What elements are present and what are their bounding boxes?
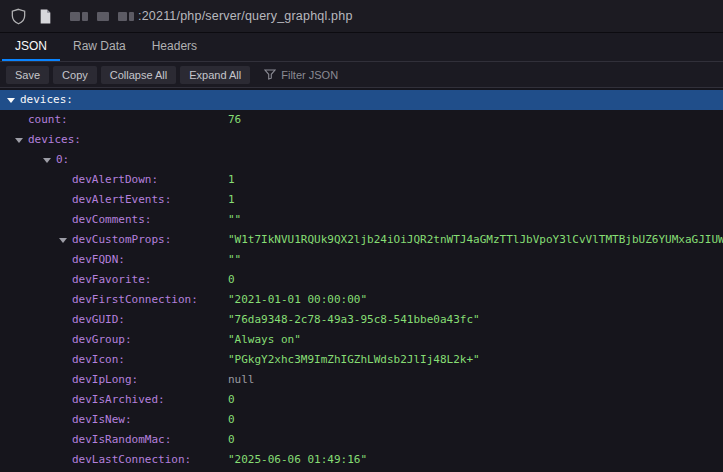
viewer-tab-bar: JSON Raw Data Headers — [0, 33, 723, 62]
tree-row[interactable]: devIcon:"PGkgY2xhc3M9ImZhIGZhLWdsb2JlIj4… — [0, 350, 723, 370]
tree-row[interactable]: devices: — [0, 130, 723, 150]
tab-json[interactable]: JSON — [2, 33, 60, 61]
json-key: devComments: — [72, 210, 151, 230]
redacted-host-blocks — [70, 12, 136, 21]
json-key: devGUID: — [72, 310, 125, 330]
json-value: "Always on" — [228, 330, 301, 350]
tree-row[interactable]: count:76 — [0, 110, 723, 130]
twisty-expanded-icon[interactable] — [15, 138, 23, 143]
tree-row[interactable]: devIsRandomMac:0 — [0, 430, 723, 450]
json-key: devices: — [28, 130, 81, 150]
expand-all-button[interactable]: Expand All — [180, 66, 250, 84]
filter-box — [264, 66, 431, 84]
collapse-all-button[interactable]: Collapse All — [101, 66, 176, 84]
tab-headers[interactable]: Headers — [139, 33, 210, 61]
json-value: "2021-01-01 00:00:00" — [228, 290, 367, 310]
tree-row[interactable]: devGUID:"76da9348-2c78-49a3-95c8-541bbe0… — [0, 310, 723, 330]
tab-json-label: JSON — [15, 39, 47, 53]
tree-row[interactable]: devComments:"" — [0, 210, 723, 230]
json-key: devAlertDown: — [72, 170, 158, 190]
json-value: 1 — [228, 170, 235, 190]
tab-raw-data[interactable]: Raw Data — [60, 33, 139, 61]
tree-row[interactable]: devAlertEvents:1 — [0, 190, 723, 210]
json-value: "2025-06-06 01:49:16" — [228, 450, 367, 470]
tab-raw-data-label: Raw Data — [73, 39, 126, 53]
tree-row[interactable]: devAlertDown:1 — [0, 170, 723, 190]
json-value: "76da9348-2c78-49a3-95c8-541bbe0a43fc" — [228, 310, 480, 330]
json-key: 0: — [56, 150, 69, 170]
tree-row[interactable]: devIpLong:null — [0, 370, 723, 390]
filter-icon — [264, 66, 276, 84]
tab-headers-label: Headers — [152, 39, 197, 53]
tree-row[interactable]: devFirstConnection:"2021-01-01 00:00:00" — [0, 290, 723, 310]
tree-row[interactable]: devLastConnection:"2025-06-06 01:49:16" — [0, 450, 723, 470]
copy-button[interactable]: Copy — [53, 66, 97, 84]
json-key: devFavorite: — [72, 270, 151, 290]
json-key: devFQDN: — [72, 250, 125, 270]
url-path: :20211/php/server/query_graphql.php — [138, 9, 353, 23]
url-text[interactable]: :20211/php/server/query_graphql.php — [70, 9, 353, 23]
tree-row[interactable]: devFQDN:"" — [0, 250, 723, 270]
json-key: devIpLong: — [72, 370, 138, 390]
json-key: devAlertEvents: — [72, 190, 171, 210]
shield-icon[interactable] — [10, 8, 27, 25]
json-value: 0 — [228, 430, 235, 450]
json-value: "PGkgY2xhc3M9ImZhIGZhLWdsb2JlIj48L2k+" — [228, 350, 480, 370]
json-value: 1 — [228, 190, 235, 210]
json-key: devices: — [20, 90, 73, 110]
tree-row[interactable]: devIsNew:0 — [0, 410, 723, 430]
json-value: 0 — [228, 390, 235, 410]
json-key: devIsArchived: — [72, 390, 165, 410]
json-toolbar: Save Copy Collapse All Expand All — [0, 62, 723, 88]
tree-row[interactable]: devices: — [0, 90, 723, 110]
twisty-expanded-icon[interactable] — [59, 238, 67, 243]
save-button[interactable]: Save — [6, 66, 49, 84]
json-key: devGroup: — [72, 330, 132, 350]
tree-row[interactable]: devCustomProps:"W1t7IkNVU1RQUk9QX2ljb24i… — [0, 230, 723, 250]
json-key: devFirstConnection: — [72, 290, 198, 310]
json-value: "" — [228, 250, 241, 270]
twisty-expanded-icon[interactable] — [43, 158, 51, 163]
json-key: devCustomProps: — [72, 230, 171, 250]
twisty-expanded-icon[interactable] — [7, 98, 15, 103]
json-key: devIsNew: — [72, 410, 132, 430]
browser-url-bar: :20211/php/server/query_graphql.php — [0, 0, 723, 33]
tree-row[interactable]: devIsArchived:0 — [0, 390, 723, 410]
json-key: devIcon: — [72, 350, 125, 370]
json-value: null — [228, 370, 255, 390]
json-value: "" — [228, 210, 241, 230]
json-key: count: — [28, 110, 68, 130]
tree-row[interactable]: devGroup:"Always on" — [0, 330, 723, 350]
json-value: "W1t7IkNVU1RQUk9QX2ljb24iOiJQR2tnWTJ4aGM… — [228, 230, 723, 250]
page-info-icon[interactable] — [39, 9, 52, 24]
json-key: devIsRandomMac: — [72, 430, 171, 450]
tree-row[interactable]: devFavorite:0 — [0, 270, 723, 290]
json-value: 0 — [228, 270, 235, 290]
json-key: devLastConnection: — [72, 450, 191, 470]
json-tree: devices:count:76devices:0:devAlertDown:1… — [0, 88, 723, 470]
json-value: 76 — [228, 110, 241, 130]
filter-json-input[interactable] — [281, 69, 431, 81]
json-value: 0 — [228, 410, 235, 430]
tree-row[interactable]: 0: — [0, 150, 723, 170]
